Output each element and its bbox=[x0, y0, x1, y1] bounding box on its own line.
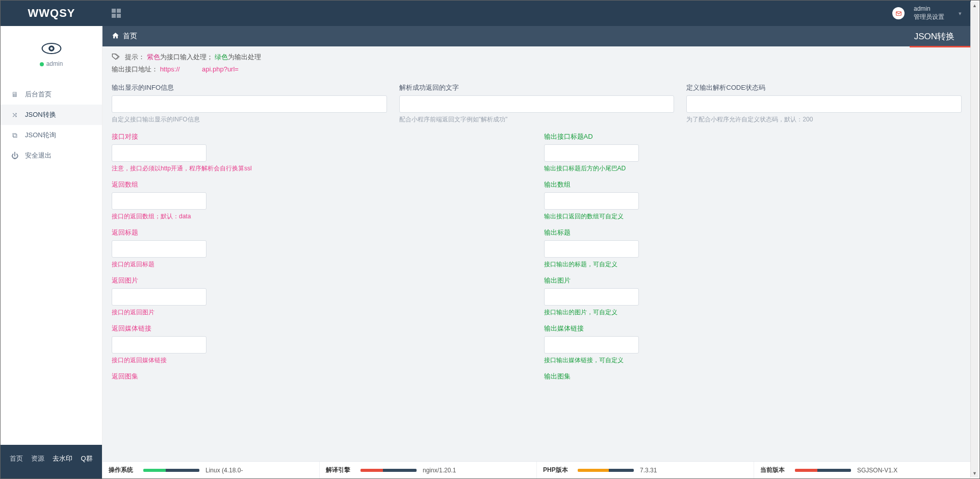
mail-icon[interactable] bbox=[892, 7, 905, 19]
field-success-text: 解析成功返回的文字 配合小程序前端返回文字例如"解析成功" bbox=[399, 83, 675, 124]
footer-link-resources[interactable]: 资源 bbox=[31, 454, 44, 463]
field-label: 输出接口标题AD bbox=[544, 132, 962, 141]
success-text-input[interactable] bbox=[399, 95, 675, 113]
output-array-input[interactable] bbox=[544, 192, 639, 210]
home-icon[interactable] bbox=[112, 32, 119, 41]
sidebar-item-logout[interactable]: ⏻安全退出 bbox=[1, 145, 102, 166]
field-help: 接口的返回标题 bbox=[112, 260, 530, 269]
breadcrumb: 首页 JSON转换 bbox=[102, 26, 971, 46]
tip-green-word: 绿色 bbox=[215, 53, 228, 61]
addr-label: 输出接口地址： bbox=[112, 65, 158, 73]
stat-value: nginx/1.20.1 bbox=[423, 467, 456, 474]
field-help: 注意，接口必须以http开通，程序解析会自行换算ssl bbox=[112, 164, 530, 173]
eye-icon bbox=[39, 41, 64, 56]
field-label: 返回媒体链接 bbox=[112, 324, 530, 333]
info-input[interactable] bbox=[112, 95, 387, 113]
stat-label: 当前版本 bbox=[760, 466, 789, 474]
stat-engine: 解译引擎 nginx/1.20.1 bbox=[320, 462, 537, 478]
active-tab-underline bbox=[910, 46, 971, 47]
sidebar-item-label: 后台首页 bbox=[25, 90, 51, 99]
field-help: 自定义接口输出显示的INFO信息 bbox=[112, 115, 387, 124]
field-label: 输出数组 bbox=[544, 180, 962, 189]
field-help: 为了配合小程序允许自定义状态码，默认：200 bbox=[686, 115, 962, 124]
topbar: WWQSY admin 管理员设置 ▾ bbox=[1, 1, 971, 26]
power-icon: ⏻ bbox=[11, 152, 19, 160]
field-label: 解析成功返回的文字 bbox=[399, 83, 675, 92]
statusbar: 操作系统 Linux (4.18.0- 解译引擎 nginx/1.20.1 PH… bbox=[102, 461, 971, 478]
field-label: 返回图片 bbox=[112, 276, 530, 285]
output-address-row: 输出接口地址： https:// api.php?url= bbox=[112, 65, 962, 74]
header-username: admin bbox=[914, 5, 944, 13]
field-help: 配合小程序前端返回文字例如"解析成功" bbox=[399, 115, 675, 124]
user-area[interactable]: admin 管理员设置 ▾ bbox=[892, 5, 962, 21]
output-media-input[interactable] bbox=[544, 336, 639, 354]
vertical-scrollbar[interactable]: ▲ ▼ bbox=[970, 2, 978, 477]
stat-label: PHP版本 bbox=[543, 466, 572, 474]
output-title-input[interactable] bbox=[544, 240, 639, 258]
stat-value: Linux (4.18.0- bbox=[205, 467, 243, 474]
avatar bbox=[1, 26, 102, 60]
stat-version: 当前版本 SGJSON-V1.X bbox=[754, 462, 971, 478]
status-dot-icon bbox=[40, 62, 44, 66]
page-title: JSON转换 bbox=[907, 28, 962, 45]
chevron-down-icon[interactable]: ▾ bbox=[959, 10, 962, 17]
sidebar: admin 🖥后台首页 ⤭JSON转换 ⧉JSON轮询 ⏻安全退出 首页 资源 … bbox=[1, 26, 102, 478]
sidebar-item-label: JSON转换 bbox=[25, 110, 56, 119]
scrollbar-track[interactable] bbox=[971, 10, 978, 469]
field-help: 输出接口标题后方的小尾巴AD bbox=[544, 164, 962, 173]
footer-link-watermark[interactable]: 去水印 bbox=[53, 454, 72, 463]
field-label: 返回标题 bbox=[112, 228, 530, 237]
return-array-input[interactable] bbox=[112, 192, 207, 210]
sidebar-item-json-convert[interactable]: ⤭JSON转换 bbox=[1, 105, 102, 125]
field-label: 接口对接 bbox=[112, 132, 530, 141]
shuffle-icon: ⤭ bbox=[11, 111, 19, 119]
field-label: 输出媒体链接 bbox=[544, 324, 962, 333]
logo[interactable]: WWQSY bbox=[1, 1, 102, 26]
progress-bar bbox=[360, 469, 417, 472]
field-help: 输出接口返回的数组可自定义 bbox=[544, 212, 962, 221]
sidebar-item-label: JSON轮询 bbox=[25, 131, 56, 140]
addr-url: https:// api.php?url= bbox=[160, 65, 239, 73]
output-image-input[interactable] bbox=[544, 288, 639, 306]
code-input[interactable] bbox=[686, 95, 962, 113]
input-column: 接口对接注意，接口必须以http开通，程序解析会自行换算ssl 返回数组接口的返… bbox=[112, 132, 530, 388]
field-label: 返回图集 bbox=[112, 372, 530, 381]
sidebar-item-home[interactable]: 🖥后台首页 bbox=[1, 84, 102, 105]
field-label: 返回数组 bbox=[112, 180, 530, 189]
field-help: 接口输出的标题，可自定义 bbox=[544, 260, 962, 269]
return-media-input[interactable] bbox=[112, 336, 207, 354]
footer-link-home[interactable]: 首页 bbox=[10, 454, 23, 463]
sidebar-nav: 🖥后台首页 ⤭JSON转换 ⧉JSON轮询 ⏻安全退出 bbox=[1, 84, 102, 166]
progress-bar bbox=[795, 469, 851, 472]
tip-purple-word: 紫色 bbox=[147, 53, 160, 61]
stat-label: 操作系统 bbox=[109, 466, 137, 474]
stat-os: 操作系统 Linux (4.18.0- bbox=[102, 462, 320, 478]
field-help: 接口的返回图片 bbox=[112, 308, 530, 317]
breadcrumb-home[interactable]: 首页 bbox=[123, 32, 137, 41]
stat-value: SGJSON-V1.X bbox=[857, 467, 897, 474]
sidebar-item-json-poll[interactable]: ⧉JSON轮询 bbox=[1, 125, 102, 145]
output-column: 输出接口标题AD输出接口标题后方的小尾巴AD 输出数组输出接口返回的数组可自定义… bbox=[544, 132, 962, 388]
api-endpoint-input[interactable] bbox=[112, 144, 207, 162]
sidebar-footer: 首页 资源 去水印 Q群 bbox=[1, 445, 102, 478]
tip-row: 提示： 紫色为接口输入处理； 绿色为输出处理 bbox=[112, 53, 962, 62]
progress-bar bbox=[578, 469, 634, 472]
return-title-input[interactable] bbox=[112, 240, 207, 258]
return-image-input[interactable] bbox=[112, 288, 207, 306]
field-help: 接口的返回数组；默认：data bbox=[112, 212, 530, 221]
tip-prefix: 提示： bbox=[125, 53, 145, 61]
apps-icon[interactable] bbox=[112, 9, 121, 18]
progress-bar bbox=[143, 469, 199, 472]
field-help: 接口输出媒体链接，可自定义 bbox=[544, 356, 962, 365]
field-code: 定义输出解析CODE状态码 为了配合小程序允许自定义状态码，默认：200 bbox=[686, 83, 962, 124]
sidebar-item-label: 安全退出 bbox=[25, 151, 51, 160]
tags-icon bbox=[112, 53, 120, 62]
scroll-down-arrow-icon[interactable]: ▼ bbox=[971, 469, 978, 477]
footer-link-qgroup[interactable]: Q群 bbox=[81, 454, 92, 463]
copy-icon: ⧉ bbox=[11, 131, 19, 140]
stat-label: 解译引擎 bbox=[326, 466, 354, 474]
field-label: 定义输出解析CODE状态码 bbox=[686, 83, 962, 92]
output-title-ad-input[interactable] bbox=[544, 144, 639, 162]
scroll-up-arrow-icon[interactable]: ▲ bbox=[971, 2, 978, 10]
laptop-icon: 🖥 bbox=[11, 90, 19, 98]
